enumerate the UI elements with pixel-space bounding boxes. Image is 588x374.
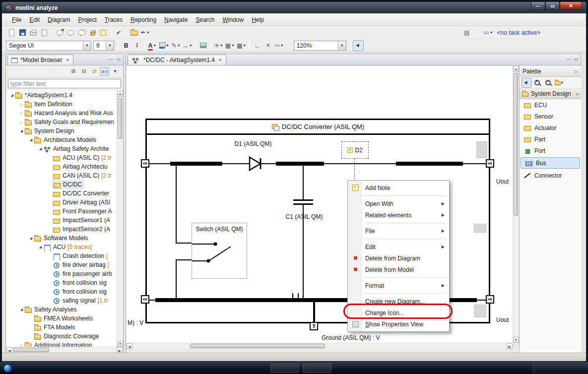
palette-header[interactable]: Palette ▷ xyxy=(520,66,581,77)
tree-item-airbagsystem[interactable]: ◢*AirbagSystem1.4 xyxy=(6,91,117,100)
expand-icon[interactable]: ◢ xyxy=(28,138,34,142)
tree-item-safety-goals[interactable]: ▷Safety Goals and Requiremen xyxy=(6,118,117,126)
scroll-thumb[interactable] xyxy=(190,344,325,348)
open-button[interactable] xyxy=(129,27,139,38)
bold-button[interactable]: B xyxy=(121,40,131,51)
capacitor-c1[interactable] xyxy=(293,199,313,201)
title-bar[interactable]: medini analyze — ▭ ✕ xyxy=(2,2,586,13)
palette-section-header[interactable]: System Design « xyxy=(520,89,581,99)
comment-button[interactable] xyxy=(65,27,76,38)
expand-icon[interactable]: ◢ xyxy=(28,236,34,240)
menu-item-add-note[interactable]: Add Note xyxy=(348,182,449,193)
diagram-canvas[interactable]: DC/DC Converter (ASIL QM) D1 (ASIL QM) D… xyxy=(127,66,513,343)
output-port-top[interactable]: ⇨ xyxy=(486,159,494,168)
print-button[interactable] xyxy=(28,27,39,38)
link-with-editor-button[interactable]: ⇄ xyxy=(90,67,99,76)
zoom-in-tool[interactable]: + xyxy=(532,78,542,88)
zoom-combo[interactable]: 120% ▼ xyxy=(294,41,346,51)
menu-item-delete-from-diagram[interactable]: ✖ Delete from Diagram xyxy=(348,252,449,264)
menu-item-related-elements[interactable]: Related elements ▶ xyxy=(348,209,449,221)
scroll-thumb[interactable] xyxy=(13,348,49,352)
menu-item-format[interactable]: Format ▶ xyxy=(348,280,449,291)
tree-item-fmea-worksheets[interactable]: FMEA Worksheets xyxy=(6,314,117,323)
maximize-button[interactable]: ▭ xyxy=(545,2,560,10)
compartment-button[interactable]: ▭▼ xyxy=(273,40,284,51)
combo-arrow-icon[interactable]: ▼ xyxy=(338,41,346,50)
scroll-thumb[interactable] xyxy=(514,73,518,216)
lock-button[interactable] xyxy=(87,27,98,38)
minimize-button[interactable]: — xyxy=(531,2,545,10)
maximize-view-button[interactable]: ▭ xyxy=(574,57,578,62)
collapse-icon[interactable]: ▷ xyxy=(19,120,24,125)
dropdown-arrow-icon[interactable]: ▼ xyxy=(231,44,235,47)
dropdown-arrow-icon[interactable]: ▼ xyxy=(220,44,223,47)
tree-item-impactsensor2[interactable]: ImpactSensor2 (A xyxy=(6,225,117,234)
output-port-bottom[interactable]: ⇨ xyxy=(486,295,494,304)
selection-mode-button[interactable]: ➤ xyxy=(353,40,364,51)
d2-component[interactable]: D2 xyxy=(341,141,369,159)
menu-navigate[interactable]: Navigate xyxy=(160,14,192,25)
section-pin-icon[interactable]: « xyxy=(576,91,579,97)
tree-item-impactsensor1[interactable]: ImpactSensor1 (A xyxy=(6,216,117,225)
dropdown-arrow-icon[interactable]: ▼ xyxy=(177,44,181,47)
zoom-out-tool[interactable]: − xyxy=(543,78,553,88)
palette-item-ecu[interactable]: ECU xyxy=(520,99,581,111)
tree-item-airbag-safety-architecture[interactable]: ◢Airbag Safety Archite xyxy=(6,144,117,153)
task-repository-button[interactable]: ▤ xyxy=(461,27,472,38)
route-corner-button[interactable]: ∟ xyxy=(252,40,262,51)
input-port-bottom[interactable]: ⇨ xyxy=(141,295,149,304)
snap-button[interactable]: ▦▼ xyxy=(224,40,236,51)
tree-item-architecture-models[interactable]: ◢Architecture Models xyxy=(6,135,117,144)
palette-item-part[interactable]: Part xyxy=(520,133,581,145)
menu-item-show-properties-view[interactable]: Show Properties View xyxy=(348,318,449,330)
menu-item-create-new-diagram[interactable]: Create new Diagram... xyxy=(348,296,449,307)
palette-item-connector[interactable]: Connector xyxy=(520,170,581,181)
tree-item-additional-information[interactable]: ▷Additional Information xyxy=(6,341,117,347)
editor-tab[interactable]: *DC/DC - AirbagSystem1.4 ✕ xyxy=(128,55,226,65)
ground-port[interactable]: ⇧ xyxy=(310,322,318,330)
menu-search[interactable]: Search xyxy=(192,14,218,25)
tree-item-safing-signal[interactable]: safing signal[1 tr xyxy=(6,296,117,305)
tree-item-fire-passenger-airbag[interactable]: fire passenger airb xyxy=(6,269,117,278)
tree-item-front-collision-signal-2[interactable]: front collision sig xyxy=(6,287,117,296)
dropdown-arrow-icon[interactable]: ▼ xyxy=(189,44,193,47)
menu-diagram[interactable]: Diagram xyxy=(44,14,74,25)
menu-edit[interactable]: Edit xyxy=(25,14,44,25)
expand-all-button[interactable]: ⊞ xyxy=(69,67,78,76)
dropdown-arrow-icon[interactable]: ▼ xyxy=(166,44,169,47)
collapse-icon[interactable]: ▷ xyxy=(19,102,24,107)
palette-item-port[interactable]: Port xyxy=(520,145,581,156)
tree-item-hazard-analysis[interactable]: ▷Hazard Analysis and Risk Ass xyxy=(6,109,117,118)
flyout-arrow-icon[interactable]: ▷ xyxy=(575,69,578,74)
scroll-right-button[interactable]: ▶ xyxy=(507,343,513,349)
dropdown-arrow-icon[interactable]: ▼ xyxy=(280,44,284,47)
comments-button[interactable] xyxy=(76,27,87,38)
taskbar[interactable] xyxy=(0,362,588,374)
dropdown-arrow-icon[interactable]: ▼ xyxy=(153,44,156,47)
dc-converter-header[interactable]: DC/DC Converter (ASIL QM) xyxy=(145,119,490,135)
dropdown-arrow-icon[interactable]: ▼ xyxy=(146,31,150,34)
scroll-up-button[interactable]: ▲ xyxy=(513,66,519,72)
combo-arrow-icon[interactable]: ▼ xyxy=(83,41,91,50)
more-tools-dropdown[interactable]: ▼ xyxy=(554,78,564,88)
close-icon[interactable]: ✕ xyxy=(66,58,70,62)
dropdown-arrow-icon[interactable]: ▼ xyxy=(490,31,493,34)
tree-item-dcdc[interactable]: DC/DC xyxy=(6,180,117,189)
arrow-style-button[interactable]: →▼ xyxy=(182,40,194,51)
input-port-top[interactable]: ⇨ xyxy=(141,159,149,168)
palette-item-actuator[interactable]: Actuator xyxy=(520,122,581,133)
close-icon[interactable]: ✕ xyxy=(218,58,222,62)
tree-item-system-design[interactable]: ◢System Design xyxy=(6,126,117,135)
collapse-all-button[interactable]: ⊟ xyxy=(79,67,88,76)
line-color-button[interactable]: ✎▼ xyxy=(170,40,182,51)
menu-item-open-with[interactable]: Open With ▶ xyxy=(348,198,449,209)
sort-button[interactable]: a-z xyxy=(100,67,109,76)
tree-item-acu-software[interactable]: ◢ACU[5 traces] xyxy=(6,243,117,251)
canvas-vertical-scrollbar[interactable]: ▲ ▼ xyxy=(513,66,519,343)
validate-button[interactable]: ✔ xyxy=(113,27,124,38)
bus-bar[interactable] xyxy=(396,162,463,166)
menu-item-delete-from-model[interactable]: ✖ Delete from Model xyxy=(348,264,449,275)
taskbar-item[interactable] xyxy=(270,364,299,373)
menu-item-edit[interactable]: Edit ▶ xyxy=(348,241,449,252)
save-button[interactable] xyxy=(17,27,28,38)
